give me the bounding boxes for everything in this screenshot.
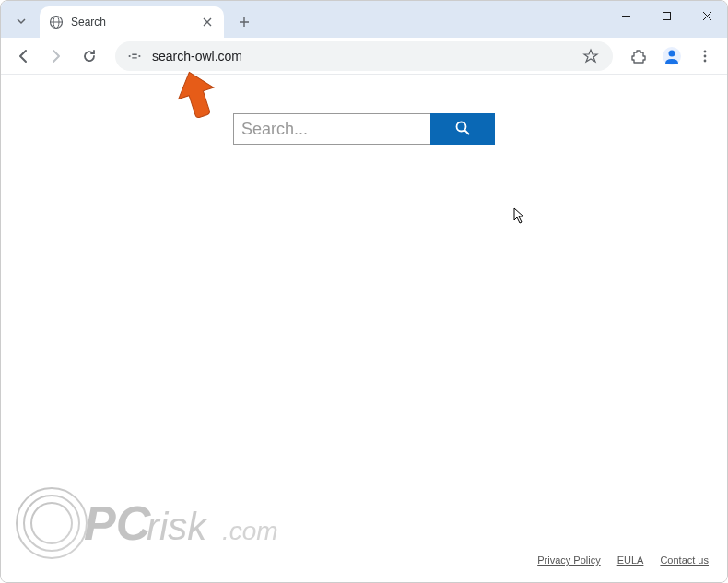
close-window-button[interactable] [687,1,727,30]
back-button[interactable] [8,41,38,71]
svg-text:PC: PC [84,496,152,550]
close-icon[interactable] [200,15,215,29]
svg-point-10 [669,50,675,56]
svg-point-18 [31,503,72,543]
tab-search-dropdown[interactable] [8,8,34,34]
url-text: search-owl.com [152,49,570,64]
forward-button[interactable] [41,41,71,71]
minimize-button[interactable] [605,1,646,30]
globe-icon [49,15,64,29]
svg-point-8 [138,54,140,56]
svg-text:.com: .com [222,517,278,545]
window-controls [605,1,727,30]
new-tab-button[interactable] [231,9,257,35]
svg-line-15 [465,130,469,134]
search-input[interactable] [233,113,430,145]
eula-link[interactable]: EULA [617,554,644,566]
search-button[interactable] [430,113,495,145]
page-viewport: Privacy Policy EULA Contact us PC risk .… [1,75,727,582]
browser-toolbar: search-owl.com [1,38,727,75]
extensions-icon[interactable] [624,41,653,71]
maximize-button[interactable] [646,1,687,30]
watermark-logo: PC risk .com [10,477,314,573]
site-info-icon[interactable] [126,49,143,64]
svg-point-12 [704,54,707,57]
privacy-link[interactable]: Privacy Policy [537,554,600,566]
contact-link[interactable]: Contact us [660,554,709,566]
bookmark-icon[interactable] [580,45,602,67]
reload-button[interactable] [75,41,104,71]
svg-text:risk: risk [147,505,208,548]
profile-avatar-icon [659,43,685,69]
menu-button[interactable] [690,41,720,71]
profile-button[interactable] [657,41,687,71]
footer-links: Privacy Policy EULA Contact us [537,554,709,566]
search-box [233,113,495,145]
svg-point-5 [129,54,131,56]
svg-point-16 [17,488,87,558]
browser-tab[interactable]: Search [40,6,224,38]
address-bar[interactable]: search-owl.com [115,41,613,71]
svg-rect-4 [663,12,670,19]
tab-title: Search [71,16,193,29]
svg-point-11 [704,50,707,52]
search-area [1,75,727,145]
search-icon [454,120,471,139]
browser-titlebar: Search [1,1,727,38]
svg-point-13 [704,59,707,62]
